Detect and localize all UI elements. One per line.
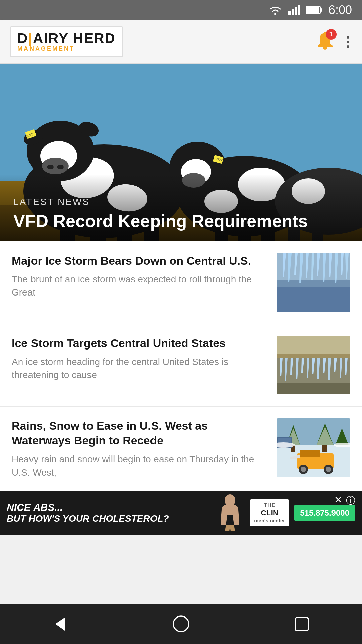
back-icon <box>51 615 70 633</box>
svg-rect-85 <box>300 450 320 457</box>
ice-thumb-2 <box>277 336 350 394</box>
svg-point-19 <box>57 165 64 169</box>
news-thumbnail <box>277 253 350 312</box>
hero-section[interactable]: 2977 2977 LATEST NEWS VFD Record Keeping… <box>0 64 362 241</box>
wifi-icon <box>268 5 282 15</box>
notification-button[interactable]: 1 <box>316 32 334 52</box>
svg-rect-1 <box>288 11 291 15</box>
ad-close-button[interactable]: ✕ <box>334 494 342 505</box>
svg-point-17 <box>42 158 69 174</box>
svg-point-0 <box>274 13 276 15</box>
news-item[interactable]: Major Ice Storm Bears Down on Central U.… <box>0 241 362 324</box>
news-list: Major Ice Storm Bears Down on Central U.… <box>0 241 362 491</box>
news-content: Rains, Snow to Ease in U.S. West as Wate… <box>12 418 266 479</box>
svg-rect-60 <box>277 354 350 358</box>
status-bar: 6:00 <box>0 0 362 20</box>
ice-thumb-1 <box>277 253 350 312</box>
ad-banner: NICE ABS... BUT HOW'S YOUR CHOLESTEROL? … <box>0 491 362 535</box>
news-title: Major Ice Storm Bears Down on Central U.… <box>12 253 266 268</box>
status-icons: 6:00 <box>268 3 352 17</box>
dot3 <box>347 45 349 48</box>
news-excerpt: An ice storm heading for the central Uni… <box>12 355 266 381</box>
ad-logo: THE CLIN men's center <box>250 499 289 526</box>
snow-thumb <box>277 418 350 477</box>
nav-recent-button[interactable] <box>293 615 311 633</box>
ad-person-icon <box>217 494 243 531</box>
svg-point-97 <box>173 616 189 632</box>
news-item[interactable]: Rains, Snow to Ease in U.S. West as Wate… <box>0 407 362 491</box>
svg-point-89 <box>326 467 331 472</box>
ad-text-section: NICE ABS... BUT HOW'S YOUR CHOLESTEROL? <box>7 502 210 524</box>
svg-marker-96 <box>55 618 65 631</box>
ad-logo-the: THE <box>254 502 285 508</box>
status-time: 6:00 <box>328 3 352 17</box>
news-thumbnail <box>277 336 350 394</box>
svg-rect-74 <box>277 383 350 394</box>
logo: D|AIRY HERD MANAGEMENT <box>10 26 123 57</box>
notification-badge: 1 <box>326 29 337 40</box>
news-excerpt: Heavy rain and snow will begin to ease o… <box>12 452 266 479</box>
ad-phone[interactable]: 515.875.9000 <box>294 505 355 521</box>
hero-title: VFD Record Keeping Requirements <box>13 211 349 231</box>
ad-info-button[interactable]: ⓘ <box>346 494 355 507</box>
svg-rect-98 <box>295 618 308 631</box>
ad-text1: NICE ABS... <box>7 502 210 513</box>
news-item[interactable]: Ice Storm Targets Central United States … <box>0 324 362 407</box>
more-menu-button[interactable] <box>344 33 352 51</box>
battery-icon <box>306 6 322 14</box>
hero-overlay: LATEST NEWS VFD Record Keeping Requireme… <box>0 174 362 241</box>
logo-line2: MANAGEMENT <box>17 45 116 52</box>
nav-home-button[interactable] <box>172 615 190 633</box>
dot2 <box>347 41 349 43</box>
svg-rect-7 <box>307 7 319 13</box>
logo-line1: D|AIRY HERD <box>17 31 116 45</box>
svg-rect-57 <box>277 287 350 312</box>
news-thumbnail <box>277 418 350 477</box>
app-bar-actions: 1 <box>316 32 352 52</box>
svg-point-87 <box>301 467 306 472</box>
svg-rect-59 <box>277 336 350 356</box>
svg-rect-80 <box>322 445 327 452</box>
news-content: Ice Storm Targets Central United States … <box>12 336 266 382</box>
ad-logo-clin: CLIN <box>254 508 285 517</box>
news-content: Major Ice Storm Bears Down on Central U.… <box>12 253 266 299</box>
svg-rect-3 <box>295 7 297 15</box>
recent-icon <box>293 615 311 633</box>
home-icon <box>172 615 190 633</box>
dot1 <box>347 36 349 39</box>
signal-icon <box>288 5 300 15</box>
nav-back-button[interactable] <box>51 615 70 633</box>
nav-bar <box>0 604 362 644</box>
hero-label: LATEST NEWS <box>13 197 349 207</box>
svg-rect-4 <box>298 5 300 15</box>
news-excerpt: The brunt of an ice storm was expected t… <box>12 273 266 299</box>
ad-text2: BUT HOW'S YOUR CHOLESTEROL? <box>7 513 210 524</box>
svg-rect-6 <box>320 8 322 12</box>
svg-rect-2 <box>292 9 294 15</box>
news-title: Rains, Snow to Ease in U.S. West as Wate… <box>12 418 266 448</box>
app-bar: D|AIRY HERD MANAGEMENT 1 <box>0 20 362 64</box>
ad-logo-sub: men's center <box>254 518 285 524</box>
news-title: Ice Storm Targets Central United States <box>12 336 266 351</box>
svg-point-18 <box>47 165 54 169</box>
